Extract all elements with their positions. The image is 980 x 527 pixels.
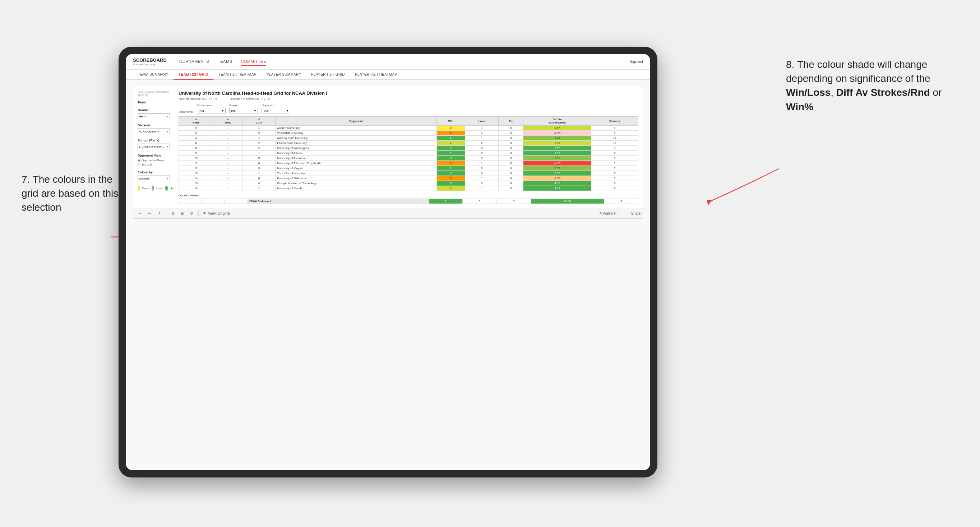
out-of-division-table: NCAA Division II 1 0 0 26.00 3 [178, 198, 638, 204]
filters-row: Opponents: Conference (All) ▼ Region [178, 104, 638, 113]
toolbar-right: 👁 Watch ▼ ↑ ⛶ Share [605, 211, 638, 216]
region-filter: Region (All) ▼ [229, 104, 258, 113]
subnav-player-h2h-heatmap[interactable]: PLAYER H2H HEATMAP [350, 70, 402, 80]
th-loss: Loss [465, 117, 499, 125]
school-select[interactable]: 1. University of Nort... ▼ [138, 144, 170, 149]
cell-win: 3 [436, 156, 465, 161]
school-select-arrow: ▼ [166, 145, 169, 148]
colour-by-label: Colour by [138, 170, 173, 174]
legend-level-label: Level [156, 187, 163, 190]
opponent-view-label: Opponent View [138, 154, 173, 157]
ood-cell-conf [224, 199, 247, 204]
gender-label: Gender [138, 108, 173, 112]
cell-reg: - [213, 125, 242, 131]
cell-reg: - [213, 146, 242, 151]
cell-conf: 3 [242, 166, 275, 171]
cell-reg: - [213, 161, 242, 166]
cell-rank: 15 [179, 181, 213, 186]
cell-rounds: 3 [591, 146, 638, 151]
cell-conf: 6 [242, 161, 275, 166]
division-section: Division NCAA Division I ▼ [138, 124, 173, 134]
nav-tournaments[interactable]: TOURNAMENTS [177, 58, 209, 66]
cell-rounds: 8 [591, 131, 638, 136]
cell-tie: 0 [499, 171, 523, 176]
table-row: 12 - 3 University of Virginia 1 0 0 2.33… [179, 166, 638, 171]
table-header-row: #Rank #Reg #Conf Opponent Win Loss Tie D… [179, 117, 638, 125]
table-row: 2 - 1 Auburn University 2 1 0 1.67 9 [179, 125, 638, 131]
division-select[interactable]: NCAA Division I ▼ [138, 129, 170, 134]
cell-win: 4 [436, 141, 465, 146]
cell-tie: 0 [499, 136, 523, 141]
cell-diff: 4.62 [523, 186, 591, 191]
undo-icon[interactable]: ↩ [138, 211, 143, 216]
ood-cell-reg [202, 199, 224, 204]
cell-tie: 0 [499, 161, 523, 166]
cell-tie: 0 [499, 151, 523, 156]
subnav-player-summary[interactable]: PLAYER SUMMARY [261, 70, 306, 80]
tableau-toolbar: ↩ ↪ ↺ ⏸ ⊞ ⏱ 👁 View: Original 👁 Watch ▼ ↑ [133, 208, 643, 219]
app-logo: SCOREBOARD [133, 57, 167, 63]
cell-rounds: 3 [591, 176, 638, 181]
subnav-player-h2h-grid[interactable]: PLAYER H2H GRID [306, 70, 350, 80]
table-row: 3 - 2 Vanderbilt University 0 4 0 -2.29 … [179, 131, 638, 136]
opponent-select[interactable]: (All) ▼ [261, 108, 290, 113]
grid-icon[interactable]: ⊞ [180, 211, 185, 216]
gender-select[interactable]: Men's ▼ [138, 113, 170, 119]
legend-up-swatch [165, 186, 168, 190]
cell-rounds: 9 [591, 125, 638, 131]
cell-loss: 0 [465, 151, 499, 156]
table-row: 6 - 2 Florida State University 4 2 0 1.8… [179, 141, 638, 146]
cell-opponent: University of Alabama [275, 156, 436, 161]
reset-icon[interactable]: ↺ [156, 211, 161, 216]
sign-out-button[interactable]: Sign out [630, 60, 643, 63]
cell-conf: 1 [242, 171, 275, 176]
table-row: 8 - 2 University of Washington 1 0 0 3.6… [179, 146, 638, 151]
cell-rank: 8 [179, 146, 213, 151]
cell-opponent: University of Arkansas, Fayetteville [275, 161, 436, 166]
subnav-team-h2h-grid[interactable]: TEAM H2H GRID [173, 70, 213, 80]
cell-rounds: 12 [591, 141, 638, 146]
th-diff: Diff AvStrokes/Rnd [523, 117, 591, 125]
clock-icon[interactable]: ⏱ [189, 211, 194, 216]
cell-opponent: Vanderbilt University [275, 131, 436, 136]
cell-opponent: University of Washington [275, 146, 436, 151]
ood-cell-rank [179, 199, 202, 204]
cell-rank: 13 [179, 171, 213, 176]
annotation-right-text: 8. The colour shade will change dependin… [786, 59, 942, 113]
view-original[interactable]: 👁 View: Original [203, 211, 230, 215]
division-select-arrow: ▼ [166, 130, 169, 133]
pause-icon[interactable]: ⏸ [170, 211, 175, 216]
radio-top-100[interactable]: Top 100 [138, 163, 173, 166]
subnav-team-h2h-heatmap[interactable]: TEAM H2H HEATMAP [213, 70, 261, 80]
conference-select[interactable]: (All) ▼ [197, 108, 226, 113]
annotation-right: 8. The colour shade will change dependin… [786, 57, 958, 114]
cell-rank: 16 [179, 186, 213, 191]
nav-teams[interactable]: TEAMS [218, 58, 232, 66]
region-select[interactable]: (All) ▼ [229, 108, 258, 113]
conf-select-arrow: ▼ [221, 110, 224, 112]
redo-icon[interactable]: ↪ [147, 211, 152, 216]
cell-reg: - [213, 131, 242, 136]
expand-icon[interactable]: ⛶ [624, 211, 629, 216]
opponent-filter-label: Opponent [261, 104, 290, 107]
cell-rounds: 3 [591, 166, 638, 171]
colour-by-select[interactable]: Win/loss ▼ [138, 176, 170, 181]
subnav-team-summary[interactable]: TEAM SUMMARY [133, 70, 173, 80]
cell-diff: 2.33 [523, 166, 591, 171]
cell-diff: 3.67 [523, 146, 591, 151]
share-icon[interactable]: ↑ [615, 211, 620, 216]
watch-button[interactable]: 👁 Watch ▼ [605, 211, 610, 216]
cell-reg: - [213, 141, 242, 146]
table-row: 15 - 4 Georgia Institute of Technology 5… [179, 181, 638, 186]
opponent-view-section: Opponent View Opponents Played Top 100 [138, 154, 173, 166]
cell-conf: 2 [242, 146, 275, 151]
cell-conf: 1 [242, 151, 275, 156]
cell-loss: 1 [465, 161, 499, 166]
radio-opponents-played[interactable]: Opponents Played [138, 159, 173, 162]
nav-committee[interactable]: COMMITTEE [241, 58, 267, 66]
app-header: SCOREBOARD Powered by clippd TOURNAMENTS… [126, 54, 650, 70]
share-button[interactable]: Share [633, 211, 638, 216]
division-label: Division [138, 124, 173, 127]
cell-rounds: 3 [591, 161, 638, 166]
cell-win: 1 [436, 146, 465, 151]
